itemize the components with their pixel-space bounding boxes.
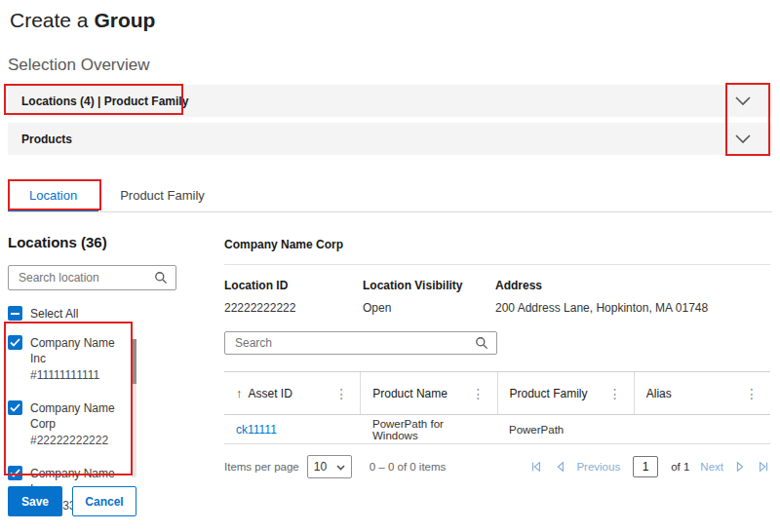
scrollbar-thumb[interactable] <box>132 339 136 384</box>
page-of-label: of 1 <box>671 461 689 473</box>
locations-panel: Locations (36) Select All Company Name I… <box>8 234 208 514</box>
company-name-heading: Company Name Corp <box>224 238 770 265</box>
locations-heading: Locations (36) <box>8 234 208 250</box>
next-button[interactable]: Next <box>700 461 723 473</box>
column-menu-icon[interactable]: ⋮ <box>608 386 622 401</box>
column-menu-icon[interactable]: ⋮ <box>745 386 759 401</box>
next-page-icon[interactable] <box>734 460 746 474</box>
page-title: Create a Group <box>10 9 155 32</box>
page-title-prefix: Create a <box>10 9 94 31</box>
items-per-page-label: Items per page <box>224 461 299 473</box>
location-visibility-value: Open <box>363 301 495 315</box>
pagination-bar: Items per page 10 0 – 0 of 0 items Previ… <box>224 444 770 489</box>
location-id-value: 22222222222 <box>224 301 363 315</box>
address-value: 200 Address Lane, Hopkinton, MA 01748 <box>495 301 770 315</box>
accordion-locations-label: Locations (4) | Product Family <box>21 95 188 108</box>
search-icon[interactable] <box>475 336 488 350</box>
sort-ascending-icon[interactable]: ↑ <box>236 386 243 400</box>
location-visibility-label: Location Visibility <box>363 279 495 292</box>
save-button[interactable]: Save <box>8 486 62 516</box>
asset-search-box <box>224 331 497 355</box>
column-header-product-name[interactable]: Product Name ⋮ <box>360 372 496 414</box>
previous-page-icon[interactable] <box>554 460 566 474</box>
footer-actions: Save Cancel <box>8 486 136 516</box>
tab-location[interactable]: Location <box>8 181 98 211</box>
address-label: Address <box>495 279 770 292</box>
list-item[interactable]: Company Name Inc #11111111111 <box>8 335 125 384</box>
table-header-row: ↑ Asset ID ⋮ Product Name ⋮ Product Fami… <box>224 372 770 415</box>
checked-checkbox[interactable] <box>8 400 22 415</box>
previous-button[interactable]: Previous <box>576 461 620 473</box>
chevron-down-icon[interactable] <box>735 134 751 143</box>
select-all-label: Select All <box>30 307 78 321</box>
tab-product-family[interactable]: Product Family <box>98 181 226 211</box>
location-detail-fields: Location ID 22222222222 Location Visibil… <box>224 279 770 315</box>
pagination-range-text: 0 – 0 of 0 items <box>370 461 447 473</box>
chevron-down-icon[interactable] <box>735 96 751 105</box>
location-name: Company Name Inc <box>30 335 125 366</box>
tab-bar: Location Product Family <box>8 181 772 212</box>
checked-checkbox[interactable] <box>8 335 22 350</box>
column-header-asset-id[interactable]: ↑ Asset ID ⋮ <box>224 372 360 414</box>
accordion-locations[interactable]: Locations (4) | Product Family <box>8 85 772 117</box>
checked-checkbox[interactable] <box>8 466 22 480</box>
selection-overview-heading: Selection Overview <box>8 56 150 75</box>
page-title-bold: Group <box>94 9 155 31</box>
column-menu-icon[interactable]: ⋮ <box>334 386 348 401</box>
select-all-checkbox[interactable] <box>8 306 22 321</box>
location-name: Company Name Corp <box>30 400 125 432</box>
column-header-alias[interactable]: Alias ⋮ <box>634 372 770 414</box>
last-page-icon[interactable] <box>757 460 770 474</box>
items-per-page-select[interactable]: 10 <box>307 455 352 478</box>
location-search-input[interactable] <box>17 270 154 285</box>
select-all-row: Select All <box>8 306 208 321</box>
list-item[interactable]: Company Name Corp #22222222222 <box>8 400 125 449</box>
column-menu-icon[interactable]: ⋮ <box>472 386 486 401</box>
cancel-button[interactable]: Cancel <box>72 486 136 516</box>
chevron-down-icon <box>336 461 345 473</box>
accordion-products-label: Products <box>21 133 72 146</box>
location-id: #22222222222 <box>30 432 125 449</box>
table-row: ck11111 PowerPath for Windows PowerPath <box>224 415 770 444</box>
product-name-cell: PowerPath for Windows <box>361 415 497 443</box>
assets-table: ↑ Asset ID ⋮ Product Name ⋮ Product Fami… <box>224 371 770 489</box>
location-id: #11111111111 <box>30 366 125 384</box>
accordion-products[interactable]: Products <box>8 123 772 155</box>
scrollbar[interactable] <box>132 339 136 477</box>
first-page-icon[interactable] <box>529 460 543 474</box>
location-details-panel: Company Name Corp Location ID 2222222222… <box>224 238 770 489</box>
location-id-label: Location ID <box>224 279 363 292</box>
search-icon[interactable] <box>154 271 168 285</box>
page-number-input[interactable] <box>633 456 658 477</box>
location-search-box <box>8 265 176 290</box>
column-header-product-family[interactable]: Product Family ⋮ <box>497 372 634 414</box>
asset-search-input[interactable] <box>233 335 475 351</box>
alias-cell <box>634 415 770 443</box>
product-family-cell: PowerPath <box>497 415 634 443</box>
asset-id-link[interactable]: ck11111 <box>224 415 361 443</box>
